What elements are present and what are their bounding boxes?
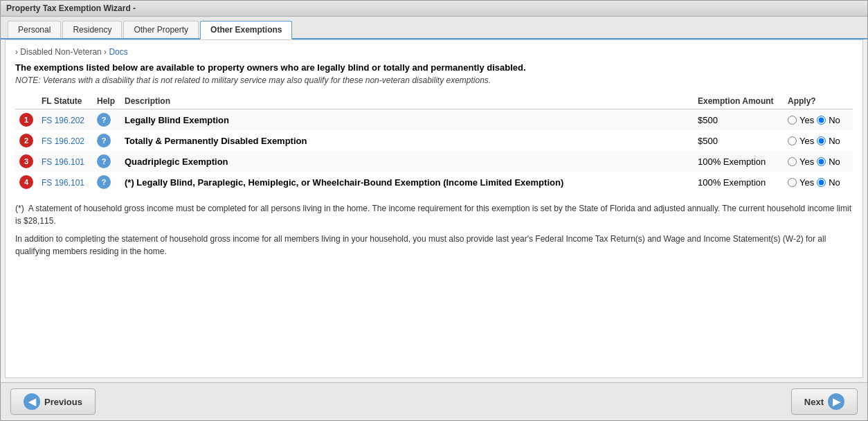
breadcrumb: › Disabled Non-Veteran › Docs [15,47,853,57]
amount-value: $500 [698,136,718,146]
next-label: Next [804,397,824,407]
row-number: 4 [19,175,33,189]
previous-button[interactable]: ◀ Previous [10,388,96,415]
breadcrumb-item1: Disabled Non-Veteran [20,47,101,57]
description-text: Totally & Permanently Disabled Exemption [125,136,307,146]
apply-radio-group: Yes No [788,177,849,188]
content-area: › Disabled Non-Veteran › Docs The exempt… [5,39,863,378]
intro-note-text: NOTE: Veterans with a disability that is… [15,75,853,85]
title-bar: Property Tax Exemption Wizard - [1,1,867,17]
amount-cell: $500 [694,130,784,151]
no-label: No [829,156,840,167]
yes-label: Yes [799,156,814,167]
statute-link[interactable]: FS 196.101 [42,157,84,167]
help-button[interactable]: ? [97,134,111,147]
no-label: No [829,115,840,125]
main-window: Property Tax Exemption Wizard - Personal… [0,0,868,421]
help-button[interactable]: ? [97,113,111,127]
tab-other-property[interactable]: Other Property [123,21,199,38]
bottom-bar: ◀ Previous Next ▶ [1,382,867,420]
help-cell: ? [93,172,120,192]
col-header-amount: Exemption Amount [694,93,784,109]
help-button[interactable]: ? [97,154,111,168]
row-number-cell: 3 [15,151,37,172]
footnote-area: (*) A statement of household gross incom… [15,202,853,258]
row-number: 3 [19,154,33,168]
apply-radio-group: Yes No [788,136,849,146]
apply-radio-group: Yes No [788,156,849,167]
apply-yes-radio[interactable] [788,136,797,145]
no-label: No [829,177,840,188]
footnote-p2: In addition to completing the statement … [15,233,853,258]
description-cell: (*) Legally Blind, Paraplegic, Hemiplegi… [120,172,694,192]
table-row: 4FS 196.101?(*) Legally Blind, Paraplegi… [15,172,853,192]
statute-link[interactable]: FS 196.202 [42,136,84,146]
apply-cell: Yes No [784,130,853,151]
help-cell: ? [93,151,120,172]
apply-yes-radio[interactable] [788,157,797,166]
yes-label: Yes [799,136,814,146]
apply-cell: Yes No [784,151,853,172]
tab-bar: Personal Residency Other Property Other … [1,17,867,39]
window-title: Property Tax Exemption Wizard - [6,3,136,13]
statute-link[interactable]: FS 196.101 [42,178,84,188]
amount-cell: 100% Exemption [694,151,784,172]
statute-cell: FS 196.202 [37,109,93,131]
description-text: (*) Legally Blind, Paraplegic, Hemiplegi… [125,177,563,188]
previous-label: Previous [44,397,82,407]
help-button[interactable]: ? [97,175,111,189]
intro-bold-text: The exemptions listed below are availabl… [15,62,853,73]
table-row: 3FS 196.101?Quadriplegic Exemption100% E… [15,151,853,172]
next-arrow-icon: ▶ [828,393,844,410]
row-number: 2 [19,134,33,147]
statute-cell: FS 196.202 [37,130,93,151]
statute-cell: FS 196.101 [37,172,93,192]
col-header-apply: Apply? [784,93,853,109]
tab-personal[interactable]: Personal [8,21,61,38]
row-number-cell: 1 [15,109,37,131]
description-cell: Legally Blind Exemption [120,109,694,131]
tab-residency[interactable]: Residency [62,21,122,38]
description-cell: Quadriplegic Exemption [120,151,694,172]
statute-link[interactable]: FS 196.202 [42,116,84,125]
yes-label: Yes [799,115,814,125]
description-text: Legally Blind Exemption [125,115,229,125]
row-number: 1 [19,113,33,127]
tab-other-exemptions[interactable]: Other Exemptions [200,21,292,39]
exemptions-table: FL Statute Help Description Exemption Am… [15,93,853,192]
amount-value: $500 [698,115,718,125]
apply-yes-radio[interactable] [788,116,797,125]
prev-arrow-icon: ◀ [24,393,40,410]
col-header-num [15,93,37,109]
col-header-help: Help [93,93,120,109]
row-number-cell: 2 [15,130,37,151]
footnote-p1: (*) A statement of household gross incom… [15,202,853,227]
row-number-cell: 4 [15,172,37,192]
no-label: No [829,136,840,146]
apply-cell: Yes No [784,109,853,131]
help-cell: ? [93,109,120,131]
apply-no-radio[interactable] [817,178,826,187]
apply-no-radio[interactable] [817,157,826,166]
breadcrumb-docs-link[interactable]: Docs [109,47,127,57]
yes-label: Yes [799,177,814,188]
description-cell: Totally & Permanently Disabled Exemption [120,130,694,151]
apply-no-radio[interactable] [817,116,826,125]
apply-no-radio[interactable] [817,136,826,145]
amount-cell: $500 [694,109,784,131]
statute-cell: FS 196.101 [37,151,93,172]
table-row: 1FS 196.202?Legally Blind Exemption$500 … [15,109,853,131]
breadcrumb-arrow: › [15,47,18,57]
col-header-statute: FL Statute [37,93,93,109]
apply-radio-group: Yes No [788,115,849,125]
apply-yes-radio[interactable] [788,178,797,187]
next-button[interactable]: Next ▶ [791,388,858,415]
table-row: 2FS 196.202?Totally & Permanently Disabl… [15,130,853,151]
help-cell: ? [93,130,120,151]
amount-value: 100% Exemption [698,156,766,167]
amount-value: 100% Exemption [698,177,766,188]
col-header-description: Description [120,93,694,109]
description-text: Quadriplegic Exemption [125,156,228,167]
amount-cell: 100% Exemption [694,172,784,192]
apply-cell: Yes No [784,172,853,192]
